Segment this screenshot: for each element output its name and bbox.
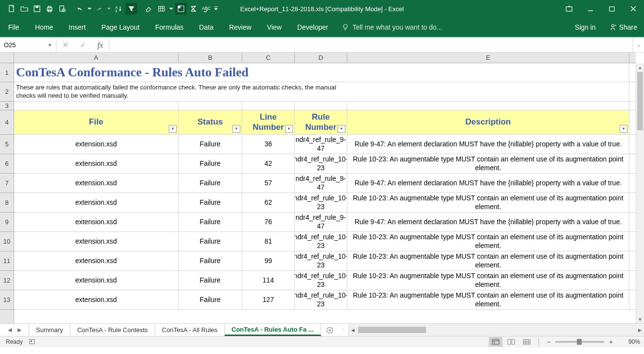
cell-E5[interactable]: Rule 9-47: An element declaration MUST h…	[347, 135, 629, 154]
enter-formula-icon[interactable]: ✓	[74, 40, 91, 50]
column-header-E[interactable]: E	[347, 53, 629, 63]
cell-E7[interactable]: Rule 9-47: An element declaration MUST h…	[347, 174, 629, 193]
cell-C11[interactable]: 99	[242, 251, 295, 270]
cell-A13[interactable]: extension.xsd	[14, 290, 179, 309]
cell-D11[interactable]: ndr4_ref_rule_10-23	[295, 251, 347, 270]
cell-D10[interactable]: ndr4_ref_rule_10-23	[295, 232, 347, 251]
cell-E6[interactable]: Rule 10-23: An augmentable type MUST con…	[347, 154, 629, 173]
undo-dropdown-icon[interactable]	[87, 3, 92, 15]
tab-nav-prev-icon[interactable]: ◀	[8, 327, 12, 333]
cell-A5[interactable]: extension.xsd	[14, 135, 179, 154]
filter-button-file[interactable]: ▾	[169, 125, 177, 133]
zoom-slider[interactable]	[555, 341, 604, 343]
sort-asc-icon[interactable]: AZ	[113, 3, 125, 15]
table-header-line-number[interactable]: Line Number▾	[242, 110, 295, 134]
sheet-tab-1[interactable]: ConTesA - Rule Contexts	[71, 324, 155, 336]
spellcheck-icon[interactable]: ABC	[200, 3, 212, 15]
cell-C12[interactable]: 114	[242, 271, 295, 290]
name-box[interactable]: O25 ▼	[0, 38, 56, 52]
scroll-up-icon[interactable]: ▲	[636, 63, 644, 71]
cell-B9[interactable]: Failure	[179, 212, 242, 231]
cell-A7[interactable]: extension.xsd	[14, 174, 179, 193]
redo-dropdown-icon[interactable]	[106, 3, 112, 15]
zoom-in-icon[interactable]: +	[606, 338, 616, 346]
row-header-13[interactable]: 13	[0, 290, 14, 310]
tab-nav-next-icon[interactable]: ▶	[18, 327, 21, 333]
column-header-B[interactable]: B	[179, 53, 242, 63]
row-header-1[interactable]: 1	[0, 63, 14, 82]
sheet-tab-0[interactable]: Summary	[29, 324, 71, 336]
cell-B13[interactable]: Failure	[179, 290, 242, 309]
cell-A8[interactable]: extension.xsd	[14, 193, 179, 212]
ribbon-tab-page-layout[interactable]: Page Layout	[93, 18, 147, 37]
redo-icon[interactable]	[93, 3, 105, 15]
filter-button-status[interactable]: ▾	[233, 125, 240, 133]
fx-icon[interactable]: fx	[91, 41, 109, 50]
view-page-break-icon[interactable]	[520, 337, 534, 347]
new-icon[interactable]	[6, 3, 18, 15]
cell-B6[interactable]: Failure	[179, 154, 242, 173]
cell-E10[interactable]: Rule 10-23: An augmentable type MUST con…	[347, 232, 629, 251]
sheet-tab-2[interactable]: ConTesA - All Rules	[155, 324, 225, 336]
cell-B11[interactable]: Failure	[179, 251, 242, 270]
row-header-7[interactable]: 7	[0, 174, 14, 193]
row-header-4[interactable]: 4	[0, 110, 14, 135]
row-header-2[interactable]: 2	[0, 82, 14, 102]
select-all-corner[interactable]	[0, 53, 14, 63]
save-icon[interactable]	[31, 3, 43, 15]
filter-icon[interactable]	[125, 3, 137, 15]
tab-scroll-dots-icon[interactable]: ⋮	[339, 324, 348, 336]
zoom-slider-thumb[interactable]	[577, 339, 582, 345]
table-header-status[interactable]: Status▾	[179, 110, 242, 134]
format-table-icon[interactable]	[156, 3, 167, 15]
scroll-down-icon[interactable]: ▼	[636, 315, 644, 323]
column-header-C[interactable]: C	[242, 53, 295, 63]
zoom-percent[interactable]: 90%	[618, 338, 640, 345]
table-header-file[interactable]: File▾	[14, 110, 179, 134]
cell-C9[interactable]: 76	[242, 212, 295, 231]
vertical-scroll-thumb[interactable]	[637, 72, 643, 130]
formula-expand-icon[interactable]: ⌄	[632, 38, 644, 52]
cell-E13[interactable]: Rule 10-23: An augmentable type MUST con…	[347, 290, 629, 309]
zoom-out-icon[interactable]: −	[544, 338, 554, 346]
ribbon-tab-developer[interactable]: Developer	[289, 18, 336, 37]
sign-in-link[interactable]: Sign in	[568, 23, 603, 31]
row-header-10[interactable]: 10	[0, 232, 14, 251]
row-header-9[interactable]: 9	[0, 212, 14, 232]
cell-C10[interactable]: 81	[242, 232, 295, 251]
cell-B7[interactable]: Failure	[179, 174, 242, 193]
cell-A11[interactable]: extension.xsd	[14, 251, 179, 270]
file-tab[interactable]: File	[0, 18, 27, 37]
cell-A9[interactable]: extension.xsd	[14, 212, 179, 231]
row-header-5[interactable]: 5	[0, 135, 14, 154]
horizontal-scrollbar[interactable]: ◀ ▶	[348, 324, 644, 336]
cell-A6[interactable]: extension.xsd	[14, 154, 179, 173]
tell-me-box[interactable]: Tell me what you want to do...	[336, 18, 448, 37]
row-header-11[interactable]: 11	[0, 251, 14, 271]
format-table-dropdown-icon[interactable]	[168, 3, 174, 15]
cell-D9[interactable]: ndr4_ref_rule_9-47	[295, 212, 347, 231]
filter-button-rule-number[interactable]: ▾	[338, 125, 345, 133]
cell-A10[interactable]: extension.xsd	[14, 232, 179, 251]
view-page-layout-icon[interactable]	[504, 337, 518, 347]
column-header-D[interactable]: D	[295, 53, 347, 63]
cell-C5[interactable]: 36	[242, 135, 295, 154]
scroll-right-icon[interactable]: ▶	[636, 326, 644, 334]
row-header-6[interactable]: 6	[0, 154, 14, 174]
pivot-icon[interactable]	[175, 3, 187, 15]
share-button[interactable]: + Share	[603, 23, 644, 31]
ribbon-tab-formulas[interactable]: Formulas	[147, 18, 191, 37]
qat-customize-icon[interactable]	[213, 3, 219, 15]
filter-button-line-number[interactable]: ▾	[285, 125, 293, 133]
cell-E12[interactable]: Rule 10-23: An augmentable type MUST con…	[347, 271, 629, 290]
ribbon-display-icon[interactable]	[558, 0, 580, 18]
ribbon-tab-data[interactable]: Data	[191, 18, 221, 37]
row-header-3[interactable]: 3	[0, 102, 14, 110]
cell-D5[interactable]: ndr4_ref_rule_9-47	[295, 135, 347, 154]
cell-C7[interactable]: 57	[242, 174, 295, 193]
cell-B10[interactable]: Failure	[179, 232, 242, 251]
cell-D7[interactable]: ndr4_ref_rule_9-47	[295, 174, 347, 193]
minimize-icon[interactable]	[580, 0, 601, 18]
row-header-8[interactable]: 8	[0, 193, 14, 212]
formula-input[interactable]	[109, 38, 632, 52]
